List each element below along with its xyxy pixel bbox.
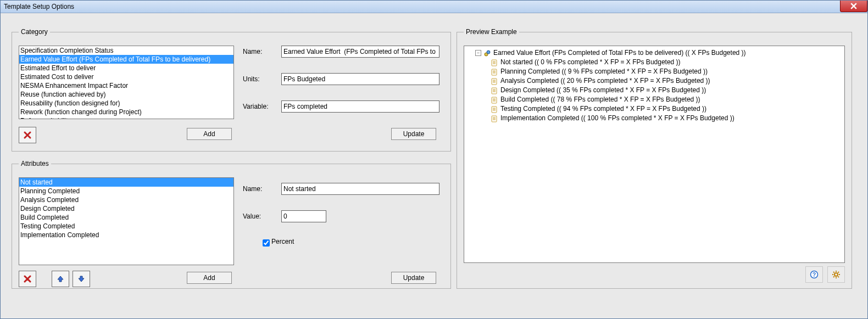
category-list-item[interactable]: Rework (function changed during Project): [19, 108, 233, 116]
tree-item-label: Analysis Completed (( 20 % FPs completed…: [500, 76, 710, 86]
close-button[interactable]: [840, 1, 867, 12]
percent-label: Percent: [271, 238, 294, 245]
svg-line-38: [838, 277, 839, 278]
arrow-down-icon: [77, 275, 85, 283]
svg-line-40: [838, 272, 839, 273]
percent-checkbox[interactable]: [263, 239, 270, 247]
category-list-item[interactable]: NESMA Enhancement Impact Factor: [19, 81, 233, 90]
category-delete-button[interactable]: [19, 127, 36, 143]
attribute-list-item[interactable]: Testing Completed: [19, 222, 233, 231]
category-update-button[interactable]: Update: [391, 128, 436, 140]
window: Template Setup Options Category Specific…: [0, 0, 868, 319]
attribute-add-button[interactable]: Add: [187, 272, 232, 284]
tree-root-label: Earned Value Effort (FPs Completed of To…: [493, 48, 746, 58]
category-list-item[interactable]: Reusability (function designed for): [19, 99, 233, 108]
category-list-item[interactable]: Specification Completion Status: [19, 46, 233, 55]
tree-item-label: Design Completed (( 35 % FPs completed *…: [500, 86, 706, 95]
category-list-item[interactable]: Earned Value Effort (FPs Completed of To…: [19, 55, 233, 64]
category-legend: Category: [19, 28, 50, 36]
svg-point-1: [487, 51, 490, 54]
tree-item[interactable]: Implementation Completed (( 100 % FPs co…: [465, 114, 843, 123]
tree-item[interactable]: Not started (( 0 % FPs completed * X FP …: [465, 58, 843, 67]
window-title: Template Setup Options: [4, 3, 74, 10]
preview-tree[interactable]: −Earned Value Effort (FPs Completed of T…: [464, 46, 845, 263]
category-units-input[interactable]: [281, 73, 439, 85]
svg-text:?: ?: [813, 272, 816, 278]
collapse-icon[interactable]: −: [475, 50, 481, 56]
attribute-delete-button[interactable]: [19, 271, 36, 287]
category-list[interactable]: Specification Completion StatusEarned Va…: [19, 46, 234, 119]
gear-icon: [832, 270, 841, 279]
help-icon: ?: [810, 270, 819, 279]
attributes-legend: Attributes: [19, 160, 51, 167]
tree-item-label: Testing Completed (( 94 % FPs completed …: [500, 104, 706, 114]
settings-button[interactable]: [827, 266, 845, 283]
category-variable-input[interactable]: [281, 100, 439, 113]
category-group: Category Specification Completion Status…: [12, 28, 451, 152]
category-variable-label: Variable:: [243, 103, 268, 110]
attribute-value-label: Value:: [243, 212, 261, 220]
attribute-list-item[interactable]: Not started: [19, 178, 233, 187]
move-down-button[interactable]: [73, 271, 90, 287]
tree-item-label: Build Completed (( 78 % FPs completed * …: [500, 95, 700, 104]
attribute-name-input[interactable]: [281, 183, 439, 195]
attribute-list-item[interactable]: Planning Completed: [19, 187, 233, 195]
tree-item-label: Implementation Completed (( 100 % FPs co…: [500, 114, 735, 123]
delete-icon: [23, 275, 32, 283]
category-list-item[interactable]: Reform suitability: [19, 116, 233, 119]
attribute-update-button[interactable]: Update: [391, 272, 436, 284]
category-list-item[interactable]: Reuse (function achieved by): [19, 90, 233, 99]
preview-legend: Preview Example: [464, 28, 519, 36]
preview-group: Preview Example −Earned Value Effort (FP…: [457, 28, 852, 289]
svg-point-32: [834, 273, 838, 276]
arrow-up-icon: [57, 275, 64, 283]
delete-icon: [23, 131, 32, 139]
titlebar: Template Setup Options: [1, 1, 867, 13]
attribute-value-input[interactable]: [281, 210, 326, 222]
tree-item-label: Planning Completed (( 9 % FPs completed …: [500, 67, 708, 76]
tree-item[interactable]: Planning Completed (( 9 % FPs completed …: [465, 67, 843, 76]
tree-item[interactable]: Analysis Completed (( 20 % FPs completed…: [465, 76, 843, 86]
tree-item[interactable]: Design Completed (( 35 % FPs completed *…: [465, 86, 843, 95]
category-name-input[interactable]: [281, 46, 439, 58]
svg-line-37: [833, 272, 834, 273]
category-list-item[interactable]: Estimated Effort to deliver: [19, 64, 233, 72]
attribute-name-label: Name:: [243, 185, 262, 193]
category-add-button[interactable]: Add: [187, 128, 232, 140]
move-up-button[interactable]: [52, 271, 69, 287]
attributes-list[interactable]: Not startedPlanning CompletedAnalysis Co…: [19, 177, 234, 265]
attributes-group: Attributes Not startedPlanning Completed…: [12, 160, 451, 289]
category-list-item[interactable]: Estimated Cost to deliver: [19, 72, 233, 81]
close-icon: [850, 3, 857, 9]
category-units-label: Units:: [243, 75, 260, 83]
attribute-list-item[interactable]: Implementation Completed: [19, 231, 233, 239]
attribute-list-item[interactable]: Design Completed: [19, 204, 233, 213]
tree-item[interactable]: Testing Completed (( 94 % FPs completed …: [465, 104, 843, 114]
attribute-list-item[interactable]: Analysis Completed: [19, 195, 233, 204]
tree-item[interactable]: Build Completed (( 78 % FPs completed * …: [465, 95, 843, 104]
tree-item-label: Not started (( 0 % FPs completed * X FP …: [500, 58, 681, 67]
svg-line-39: [833, 277, 834, 278]
category-name-label: Name:: [243, 48, 262, 55]
attribute-list-item[interactable]: Build Completed: [19, 213, 233, 222]
help-button[interactable]: ?: [805, 266, 823, 283]
tree-root[interactable]: −Earned Value Effort (FPs Completed of T…: [465, 48, 843, 58]
